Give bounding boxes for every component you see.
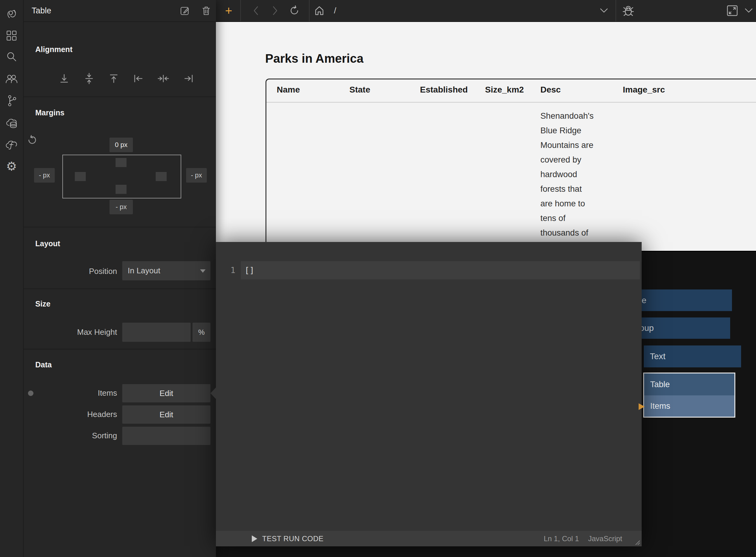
tree-node-partial-label: e	[642, 296, 647, 305]
test-run-code-label: TEST RUN CODE	[262, 534, 323, 543]
tree-node-text[interactable]: Text	[644, 346, 741, 368]
align-right-button[interactable]	[183, 72, 195, 85]
items-edit-button[interactable]: Edit	[122, 384, 211, 402]
max-height-input[interactable]	[122, 323, 191, 342]
reset-icon	[27, 135, 38, 146]
tree-node-table-label: Table	[650, 380, 670, 389]
align-vertical-center-icon	[83, 72, 95, 85]
max-height-label: Max Height	[23, 327, 117, 337]
tree-node-table-selected[interactable]: Table Items	[643, 373, 735, 418]
table-cell-desc: Shenandoah's Blue Ridge Mountains are co…	[540, 109, 610, 240]
editor-status-bar: TEST RUN CODE Ln 1, Col 1 JavaScript	[216, 531, 642, 546]
align-horizontal-center-button[interactable]	[157, 72, 169, 85]
column-header-name: Name	[277, 85, 300, 95]
alignment-section-label: Alignment	[35, 45, 72, 54]
chevron-left-icon	[253, 5, 259, 16]
language-label: JavaScript	[588, 534, 622, 543]
inspector-header: Table	[23, 0, 216, 22]
chevron-right-icon	[272, 5, 278, 16]
home-icon	[314, 5, 324, 16]
margins-reset-button[interactable]	[27, 135, 38, 146]
section-divider	[23, 349, 216, 349]
trash-icon	[201, 5, 211, 16]
headers-edit-button[interactable]: Edit	[122, 405, 211, 424]
nav-back-button[interactable]	[253, 5, 259, 16]
nav-rail: ⚙	[0, 0, 24, 557]
align-left-button[interactable]	[132, 72, 145, 85]
align-bottom-icon	[58, 72, 70, 85]
plus-icon: +	[225, 4, 232, 17]
data-section-label: Data	[35, 360, 52, 369]
refresh-button[interactable]	[289, 5, 300, 16]
search-icon[interactable]	[6, 51, 17, 63]
column-header-state: State	[349, 85, 370, 95]
debug-button[interactable]	[622, 5, 634, 17]
popup-arrow	[211, 387, 216, 399]
table-header-divider	[266, 102, 756, 102]
app-dropdown-button[interactable]	[599, 8, 608, 13]
selected-component-title: Table	[32, 6, 52, 16]
delete-button[interactable]	[201, 5, 212, 16]
margins-section-label: Margins	[35, 108, 64, 117]
home-button[interactable]	[314, 5, 324, 16]
editor-status-right: Ln 1, Col 1 JavaScript	[544, 531, 622, 546]
max-height-unit: %	[192, 323, 211, 342]
margin-left-field[interactable]: - px	[34, 168, 55, 183]
chevron-down-icon	[599, 8, 608, 13]
cloud-function-icon[interactable]	[5, 139, 18, 150]
app-window: Parks in America Name State Established …	[0, 0, 756, 557]
add-page-button[interactable]: +	[225, 5, 232, 17]
breadcrumb-path[interactable]: /	[334, 6, 336, 16]
layout-section-label: Layout	[35, 239, 60, 248]
inspector-panel: Table Alignment	[23, 0, 216, 557]
chevron-down-icon	[200, 269, 206, 273]
column-header-image-src: Image_src	[623, 85, 665, 95]
table-widget[interactable]: Name State Established Size_km2 Desc Ima…	[265, 79, 756, 252]
logo-icon[interactable]	[5, 8, 18, 20]
cloud-database-icon[interactable]	[5, 117, 18, 129]
view-dropdown-button[interactable]	[745, 8, 753, 13]
sorting-input[interactable]	[122, 427, 211, 445]
git-branch-icon[interactable]	[6, 95, 17, 107]
apps-grid-icon[interactable]	[6, 30, 17, 41]
sorting-label: Sorting	[23, 431, 117, 440]
align-vertical-center-button[interactable]	[83, 72, 95, 85]
app-canvas: Parks in America Name State Established …	[216, 21, 756, 252]
items-pointer-icon	[639, 403, 645, 410]
margin-bottom-field[interactable]: - px	[109, 200, 133, 214]
margin-handle-bottom[interactable]	[116, 185, 127, 194]
align-top-button[interactable]	[108, 72, 120, 85]
code-line[interactable]: []	[241, 261, 640, 280]
rename-button[interactable]	[180, 5, 190, 16]
users-icon[interactable]	[5, 73, 18, 85]
items-label: Items	[23, 388, 117, 398]
tree-node-items[interactable]: Items	[644, 395, 734, 417]
margin-handle-right[interactable]	[156, 172, 167, 181]
tree-node-items-label: Items	[650, 402, 670, 411]
fullscreen-button[interactable]	[726, 5, 738, 17]
column-header-established: Established	[420, 85, 468, 95]
nav-forward-button[interactable]	[272, 5, 278, 16]
top-toolbar: + /	[216, 0, 756, 22]
margin-handle-left[interactable]	[75, 172, 86, 181]
resize-handle[interactable]	[633, 539, 640, 545]
path-slash: /	[334, 6, 336, 15]
alignment-controls	[23, 72, 216, 85]
position-select[interactable]: In Layout	[122, 261, 211, 280]
margin-handle-top[interactable]	[116, 158, 127, 167]
test-run-code-button[interactable]: TEST RUN CODE	[252, 531, 323, 546]
cursor-position: Ln 1, Col 1	[544, 534, 579, 543]
tree-node-table[interactable]: Table	[644, 374, 734, 395]
toolbar-separator	[240, 0, 241, 21]
column-header-size-km2: Size_km2	[485, 85, 524, 95]
expand-icon	[726, 5, 738, 17]
settings-gear-icon[interactable]: ⚙	[6, 160, 17, 172]
line-number: 1	[216, 261, 235, 280]
align-bottom-button[interactable]	[58, 72, 70, 85]
margin-top-field[interactable]: 0 px	[109, 138, 133, 152]
chevron-down-icon	[745, 8, 753, 13]
play-icon	[252, 535, 257, 542]
position-value: In Layout	[128, 266, 160, 275]
section-divider	[23, 289, 216, 289]
margin-right-field[interactable]: - px	[186, 168, 207, 183]
